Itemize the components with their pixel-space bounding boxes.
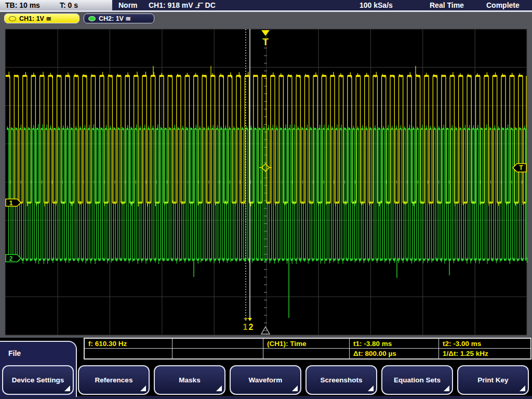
cursor-t1-readout: t1: -3.80 ms	[350, 339, 439, 349]
ch2-indicator-icon	[88, 16, 96, 21]
measurement-cell-empty	[263, 349, 350, 358]
tab-ch2[interactable]: CH2: 1V ≅	[84, 14, 154, 23]
cursor-2-label[interactable]: 2	[249, 323, 254, 331]
softkey-label: Print Key	[477, 376, 508, 384]
softkey-label: References	[95, 376, 133, 384]
trigger-coupling: DC	[205, 1, 216, 9]
softkey-label: Equation Sets	[394, 376, 441, 384]
softkey-screenshots[interactable]: Screenshots	[305, 365, 377, 395]
softkey-waveform[interactable]: Waveform	[230, 365, 301, 395]
softkey-print-key[interactable]: Print Key	[457, 365, 529, 395]
status-bar: TB: 10 msT: 0 s Norm CH1: 918 mVDC 100 k…	[0, 0, 532, 12]
softkey-label: Masks	[179, 376, 200, 384]
trigger-level-label[interactable]: T	[519, 164, 523, 171]
submenu-arrow-icon	[292, 385, 298, 391]
ch1-reference-tag[interactable]	[6, 199, 21, 206]
delta-t-readout: Δt: 800.00 µs	[350, 349, 439, 358]
trigger-source-level: CH1: 918 mV	[149, 1, 193, 9]
ch2-reference-label[interactable]: 2	[9, 255, 13, 262]
inverse-delta-t-readout: 1/Δt: 1.25 kHz	[439, 349, 530, 358]
trigger-position-label[interactable]: T	[262, 36, 269, 47]
ch1-indicator-icon	[9, 16, 16, 21]
timebase-value: TB: 10 ms	[5, 1, 40, 9]
ch1-tab-label: CH1: 1V ≅	[19, 15, 51, 22]
submenu-arrow-icon	[368, 385, 374, 391]
measurement-cell-empty	[172, 339, 263, 349]
measurement-cell-empty	[85, 349, 172, 358]
submenu-arrow-icon	[216, 385, 222, 391]
channel-tabs: CH1: 1V ≅ CH2: 1V ≅	[0, 12, 532, 26]
tab-ch1[interactable]: CH1: 1V ≅	[4, 14, 79, 23]
cursor-1-label[interactable]: 1	[243, 323, 248, 331]
softkey-device-settings[interactable]: Device Settings	[2, 365, 74, 395]
trigger-time-value: T: 0 s	[60, 1, 78, 9]
measurement-frequency: f: 610.30 Hz	[85, 339, 172, 349]
softkey-masks[interactable]: Masks	[154, 365, 225, 395]
submenu-arrow-icon	[520, 385, 525, 391]
sample-rate-label: 100 kSa/s	[360, 0, 393, 10]
ch1-reference-label[interactable]: 1	[9, 200, 13, 207]
submenu-arrow-icon	[140, 385, 146, 391]
cursor-t2-readout: t2: -3.00 ms	[439, 339, 530, 349]
softkey-label: Waveform	[249, 376, 283, 384]
softkey-label: Screenshots	[320, 376, 362, 384]
rising-edge-icon	[195, 2, 204, 9]
bottom-strip	[0, 396, 532, 399]
softkey-label: Device Settings	[12, 376, 64, 384]
acquisition-status-label: Complete	[486, 0, 520, 10]
timebase-readout: TB: 10 msT: 0 s	[0, 0, 112, 10]
waveform-display: 12TT12	[0, 11, 532, 338]
acquisition-type-label: Real Time	[430, 0, 464, 10]
measurement-results-table: f: 610.30 Hz (CH1): Time t1: -3.80 ms t2…	[84, 338, 531, 360]
ch2-reference-tag[interactable]	[6, 255, 21, 262]
submenu-arrow-icon	[64, 385, 70, 391]
acquisition-mode-label: Norm	[118, 0, 138, 10]
ch2-tab-label: CH2: 1V ≅	[99, 15, 131, 22]
menu-title: File	[8, 349, 76, 357]
submenu-arrow-icon	[444, 385, 449, 391]
softkey-references[interactable]: References	[78, 365, 150, 395]
softkey-equation-sets[interactable]: Equation Sets	[381, 365, 453, 395]
trigger-settings-readout: CH1: 918 mVDC	[149, 0, 216, 10]
measurement-source-type: (CH1): Time	[263, 339, 350, 349]
measurement-cell-empty	[172, 349, 263, 358]
